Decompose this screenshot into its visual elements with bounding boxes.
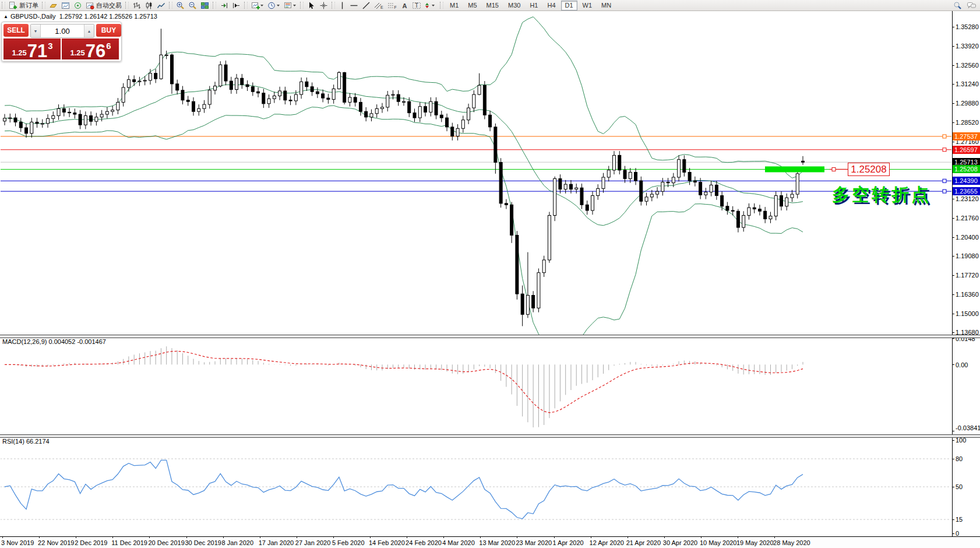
bar-chart-mode-button[interactable] [131,1,143,10]
tile-windows-button[interactable] [199,1,211,10]
candle-down [19,122,22,128]
date-axis-tick [554,536,555,538]
timeframe-button-D1[interactable]: D1 [561,1,577,10]
timeframe-button-M30[interactable]: M30 [504,1,524,10]
candle-up [84,115,87,125]
buy-price-tile[interactable]: 1.25 76 6 [62,38,119,59]
callout-handle[interactable] [832,167,836,171]
date-axis-tick [774,536,775,538]
candle-down [489,115,492,127]
timeframe-bar: M1M5M15M30H1H4D1W1MN [445,1,616,10]
date-label: 24 Feb 2020 [406,539,442,546]
toolbar-grip[interactable] [169,2,172,9]
volume-field[interactable]: 1.00 [41,24,84,37]
sell-price-tile[interactable]: 1.25 71 3 [3,38,61,59]
rsi-panel-splitter[interactable] [0,434,980,438]
channel-glyph: E [380,5,383,9]
periods-button[interactable] [266,1,282,10]
indicators-button[interactable] [249,1,266,10]
timeframe-button-M5[interactable]: M5 [464,1,481,10]
cursor-tool-button[interactable] [305,1,318,10]
candle-down [257,92,260,93]
zoom-out-icon [188,1,197,10]
buy-button[interactable]: BUY [96,24,121,37]
price-tick-label: 1.35280 [956,23,979,30]
toolbar-grip[interactable] [125,2,129,9]
toolbar-grip[interactable] [440,2,443,9]
price-axis-tick [952,65,954,66]
timeframe-button-MN[interactable]: MN [597,1,615,10]
candle-up [235,78,238,89]
volume-decrease-button[interactable]: ▼ [31,24,41,37]
market-watch-button[interactable] [47,1,59,10]
chart-window-button[interactable] [59,1,72,10]
template-icon [284,1,297,10]
autotrading-button[interactable]: 自动交易 [84,1,124,10]
timeframe-button-H4[interactable]: H4 [543,1,559,10]
ohlc-readout: 1.25792 1.26142 1.25526 1.25713 [59,13,157,20]
text-label-tool[interactable]: T [410,1,423,10]
rsi-axis-tick [952,487,954,487]
date-label: 1 Apr 2020 [553,539,584,546]
channel-tool[interactable]: E [372,1,386,10]
macd-panel-splitter[interactable] [0,335,980,338]
toolbar-grip[interactable] [2,2,5,9]
candle-down [618,155,621,170]
price-tick-label: 1.33920 [956,43,979,50]
zoom-out-button[interactable] [186,1,199,10]
candle-down [516,235,519,294]
timeframe-button-M1[interactable]: M1 [446,1,463,10]
line-handle[interactable] [943,148,946,152]
toolbar-grip[interactable] [42,2,45,9]
price-tick-label: 1.21760 [956,215,979,222]
text-tool[interactable]: A [399,1,410,10]
toolbar-grip[interactable] [332,2,335,9]
toolbar-grip[interactable] [213,2,216,9]
main-chart-panel [0,17,952,345]
arrows-tool[interactable] [423,1,438,10]
volume-increase-button[interactable]: ▲ [84,24,94,37]
new-order-button[interactable]: 新订单 [7,1,40,10]
trendline-tool[interactable] [360,1,372,10]
candlestick-mode-button[interactable] [143,1,155,10]
line-chart-mode-button[interactable] [155,1,167,10]
fibonacci-tool[interactable]: F [386,1,399,10]
auto-scroll-button[interactable] [218,1,230,10]
rsi-axis-tick [952,459,954,459]
line-handle[interactable] [943,189,946,193]
price-axis-tick [952,256,954,257]
timeframe-button-H1[interactable]: H1 [526,1,542,10]
timeframe-button-M15[interactable]: M15 [482,1,503,10]
zoom-in-button[interactable] [174,1,186,10]
sell-button[interactable]: SELL [3,24,29,37]
candle-up [473,94,475,108]
candle-up [337,72,340,89]
price-tick-label: 1.19080 [956,252,979,259]
timeframe-button-W1[interactable]: W1 [579,1,597,10]
turning-point-annotation[interactable]: 多空转折点 [832,183,931,207]
vertical-line-tool[interactable] [337,1,348,10]
candle-up [122,87,125,102]
candle-down [424,107,427,113]
collapse-icon[interactable]: ▲ [3,14,8,19]
candle-up [742,215,745,227]
date-axis-tick [39,536,40,538]
data-feed-button[interactable] [72,1,84,10]
chat-icon[interactable] [967,1,977,10]
search-icon[interactable] [953,1,962,10]
line-handle[interactable] [943,135,946,138]
chart-shift-button[interactable] [230,1,242,10]
line-handle[interactable] [943,179,946,182]
candle-up [198,108,200,111]
toolbar-grip[interactable] [300,2,304,9]
templates-button[interactable] [282,1,298,10]
thick-trend-segment[interactable] [765,166,824,172]
toolbar-grip[interactable] [244,2,248,9]
crosshair-tool-button[interactable] [318,1,330,10]
candle-down [305,82,308,86]
candle-up [165,55,168,55]
candle-down [731,210,734,211]
horizontal-line-tool[interactable] [348,1,360,10]
level-callout-label[interactable]: 1.25208 [848,163,890,176]
fibonacci-icon: F [387,1,397,10]
